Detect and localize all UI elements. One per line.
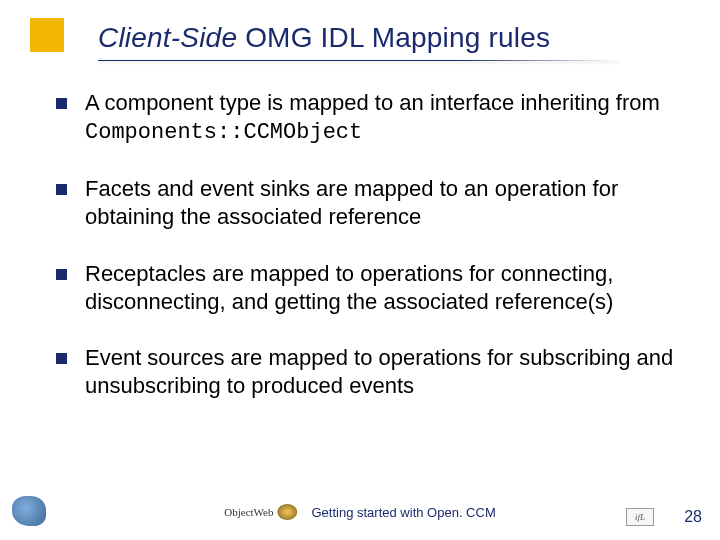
bullet-text-pre: Receptacles are mapped to operations for… [85, 261, 613, 314]
footer-small-logo-text: ifL [635, 512, 645, 522]
bullet-text: A component type is mapped to an interfa… [85, 89, 680, 147]
bullet-text-pre: Facets and event sinks are mapped to an … [85, 176, 618, 229]
objectweb-swirl-icon [277, 504, 297, 520]
bullet-text-pre: A component type is mapped to an interfa… [85, 90, 660, 115]
page-number: 28 [684, 508, 702, 526]
bullet-marker-icon [56, 353, 67, 364]
title-rest: OMG IDL Mapping rules [237, 22, 550, 53]
objectweb-logo-icon: ObjectWeb [224, 504, 297, 520]
accent-square-icon [30, 18, 64, 52]
bullet-text: Receptacles are mapped to operations for… [85, 260, 680, 316]
bullet-text: Facets and event sinks are mapped to an … [85, 175, 680, 231]
bullet-item: Event sources are mapped to operations f… [56, 344, 680, 400]
footer-small-logo-icon: ifL [626, 508, 654, 526]
bullet-text: Event sources are mapped to operations f… [85, 344, 680, 400]
footer-logo-left-icon [12, 496, 52, 530]
footer-center: ObjectWeb Getting started with Open. CCM [224, 504, 495, 520]
footer-caption: Getting started with Open. CCM [311, 505, 495, 520]
bullet-marker-icon [56, 184, 67, 195]
bullet-text-code: Components::CCMObject [85, 120, 362, 145]
slide-title: Client-Side OMG IDL Mapping rules [98, 22, 690, 54]
content-area: A component type is mapped to an interfa… [0, 61, 720, 400]
bullet-item: Facets and event sinks are mapped to an … [56, 175, 680, 231]
title-underline [98, 60, 618, 61]
slide: Client-Side OMG IDL Mapping rules A comp… [0, 0, 720, 540]
footer: ObjectWeb Getting started with Open. CCM… [0, 494, 720, 530]
bullet-text-pre: Event sources are mapped to operations f… [85, 345, 673, 398]
bullet-marker-icon [56, 98, 67, 109]
bullet-marker-icon [56, 269, 67, 280]
bullet-item: Receptacles are mapped to operations for… [56, 260, 680, 316]
bullet-item: A component type is mapped to an interfa… [56, 89, 680, 147]
title-italic: Client-Side [98, 22, 237, 53]
objectweb-label: ObjectWeb [224, 506, 273, 518]
title-area: Client-Side OMG IDL Mapping rules [0, 0, 720, 61]
